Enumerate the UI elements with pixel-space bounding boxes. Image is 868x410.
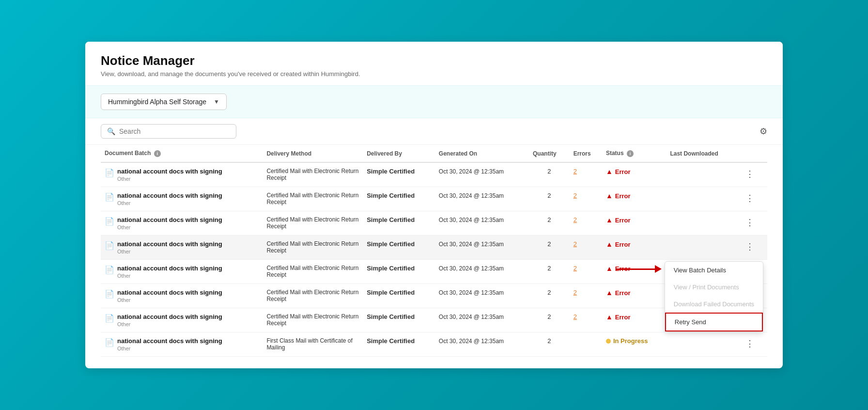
generated-on-cell: Oct 30, 2024 @ 12:35am (435, 332, 529, 357)
error-link[interactable]: 2 (574, 216, 577, 223)
doc-sub: Other (117, 297, 222, 303)
generated-on-cell: Oct 30, 2024 @ 12:35am (435, 260, 529, 284)
doc-sub: Other (117, 273, 222, 279)
errors-cell: 2 (570, 236, 602, 260)
main-card: Notice Manager View, download, and manag… (85, 42, 783, 368)
row-action-button[interactable]: ⋮ (743, 192, 757, 205)
error-link[interactable]: 2 (574, 313, 577, 320)
col-doc-batch: Document Batch i (101, 145, 263, 162)
quantity-cell: 2 (529, 284, 570, 308)
quantity-cell: 2 (529, 211, 570, 236)
delivery-method-cell: First Class Mail with Certificate of Mai… (263, 332, 363, 357)
error-link[interactable]: 2 (574, 168, 577, 175)
doc-icon: 📄 (105, 314, 114, 323)
row-action-button[interactable]: ⋮ (743, 168, 757, 180)
row-action-button[interactable]: ⋮ (743, 216, 757, 229)
generated-on-cell: Oct 30, 2024 @ 12:35am (435, 236, 529, 260)
doc-sub: Other (117, 224, 222, 230)
errors-cell: 2 (570, 162, 602, 187)
errors-cell: 2 (570, 308, 602, 332)
status-badge: In Progress (606, 337, 663, 345)
page-title: Notice Manager (101, 53, 767, 68)
doc-batch-cell: 📄 national account docs with signing Oth… (101, 187, 263, 211)
col-delivery-method: Delivery Method (263, 145, 363, 162)
doc-batch-cell: 📄 national account docs with signing Oth… (101, 332, 263, 357)
doc-batch-cell: 📄 national account docs with signing Oth… (101, 162, 263, 187)
search-icon: 🔍 (107, 127, 115, 135)
actions-cell: ⋮ (739, 162, 768, 187)
delivery-method-cell: Certified Mail with Electronic Return Re… (263, 211, 363, 236)
status-cell: ▲ Error (602, 162, 666, 187)
row-action-button[interactable]: ⋮ (743, 337, 757, 350)
doc-name: national account docs with signing (117, 216, 222, 223)
doc-icon: 📄 (105, 168, 114, 177)
delivered-by-cell: Simple Certified (363, 332, 435, 357)
last-downloaded-cell (666, 162, 738, 187)
error-link[interactable]: 2 (574, 240, 577, 248)
context-menu-view-print: View / Print Documents (665, 279, 763, 296)
status-badge: ▲ Error (606, 289, 663, 297)
error-link[interactable]: 2 (574, 289, 577, 296)
delivery-method-cell: Certified Mail with Electronic Return Re… (263, 162, 363, 187)
quantity-cell: 2 (529, 162, 570, 187)
col-errors: Errors (570, 145, 602, 162)
doc-name: national account docs with signing (117, 192, 222, 199)
delivery-method-cell: Certified Mail with Electronic Return Re… (263, 236, 363, 260)
doc-icon: 📄 (105, 217, 114, 226)
error-link[interactable]: 2 (574, 265, 577, 272)
table-container: Document Batch i Delivery Method Deliver… (85, 145, 783, 368)
delivered-by-cell: Simple Certified (363, 260, 435, 284)
row-action-button[interactable]: ⋮ (743, 240, 757, 253)
page-header: Notice Manager View, download, and manag… (85, 42, 783, 85)
doc-name: national account docs with signing (117, 337, 222, 345)
page-subtitle: View, download, and manage the documents… (101, 70, 767, 78)
doc-sub: Other (117, 346, 222, 351)
status-badge: ▲ Error (606, 216, 663, 224)
doc-batch-cell: 📄 national account docs with signing Oth… (101, 284, 263, 308)
doc-sub: Other (117, 321, 222, 327)
facility-label: Hummingbird Alpha Self Storage (108, 98, 206, 106)
doc-name: national account docs with signing (117, 265, 222, 272)
delivered-by-cell: Simple Certified (363, 211, 435, 236)
col-actions (739, 145, 768, 162)
delivery-method-cell: Certified Mail with Electronic Return Re… (263, 187, 363, 211)
delivered-by-cell: Simple Certified (363, 284, 435, 308)
search-input[interactable] (119, 127, 230, 135)
table-header-row: Document Batch i Delivery Method Deliver… (101, 145, 767, 162)
doc-icon: 📄 (105, 338, 114, 347)
generated-on-cell: Oct 30, 2024 @ 12:35am (435, 308, 529, 332)
search-bar-row: 🔍 ⚙ (85, 118, 783, 145)
doc-sub: Other (117, 176, 222, 182)
generated-on-cell: Oct 30, 2024 @ 12:35am (435, 284, 529, 308)
doc-batch-info-icon[interactable]: i (154, 150, 161, 157)
status-badge: ▲ Error (606, 240, 663, 248)
errors-cell: 2 (570, 211, 602, 236)
doc-batch-cell: 📄 national account docs with signing Oth… (101, 211, 263, 236)
table-row: 📄 national account docs with signing Oth… (101, 211, 767, 236)
status-badge: ▲ Error (606, 313, 663, 321)
quantity-cell: 2 (529, 332, 570, 357)
table-row: 📄 national account docs with signing Oth… (101, 236, 767, 260)
doc-name: national account docs with signing (117, 168, 222, 175)
context-menu-retry-send[interactable]: Retry Send (665, 313, 763, 331)
generated-on-cell: Oct 30, 2024 @ 12:35am (435, 162, 529, 187)
doc-name: national account docs with signing (117, 313, 222, 320)
quantity-cell: 2 (529, 308, 570, 332)
actions-cell: ⋮ (739, 332, 768, 357)
last-downloaded-cell (666, 332, 738, 357)
status-info-icon[interactable]: i (627, 150, 634, 157)
filter-icon[interactable]: ⚙ (760, 126, 767, 137)
error-link[interactable]: 2 (574, 192, 577, 199)
facility-dropdown[interactable]: Hummingbird Alpha Self Storage ▼ (101, 94, 227, 110)
errors-cell: 2 (570, 284, 602, 308)
context-menu-view-batch[interactable]: View Batch Details (665, 262, 763, 279)
col-last-downloaded: Last Downloaded (666, 145, 738, 162)
delivered-by-cell: Simple Certified (363, 236, 435, 260)
doc-name: national account docs with signing (117, 240, 222, 248)
col-delivered-by: Delivered By (363, 145, 435, 162)
actions-cell: ⋮ (739, 211, 768, 236)
last-downloaded-cell (666, 211, 738, 236)
table-row: 📄 national account docs with signing Oth… (101, 162, 767, 187)
delivered-by-cell: Simple Certified (363, 187, 435, 211)
errors-cell: 2 (570, 260, 602, 284)
